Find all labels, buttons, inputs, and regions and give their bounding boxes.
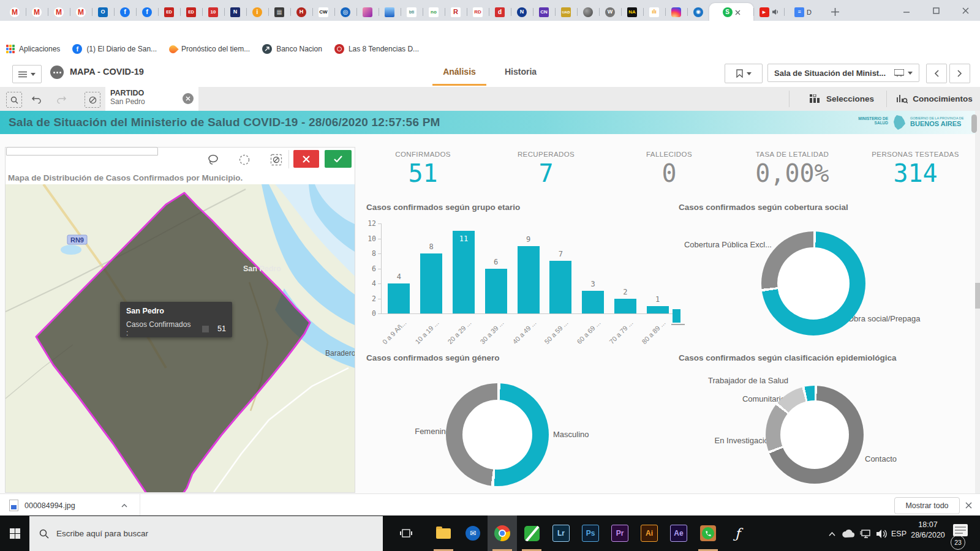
tab[interactable]: M xyxy=(70,3,92,21)
download-filename[interactable]: 000084994.jpg xyxy=(24,501,75,510)
tab[interactable]: ≡D xyxy=(784,3,822,21)
donut-cobertura[interactable] xyxy=(761,231,865,335)
keyboard-language[interactable]: ESP xyxy=(891,530,907,538)
app-menu-button[interactable] xyxy=(12,65,42,83)
tab[interactable]: i xyxy=(246,3,268,21)
tab[interactable]: bti xyxy=(401,3,423,21)
tab[interactable]: CN xyxy=(533,3,555,21)
tab[interactable]: M xyxy=(26,3,48,21)
tab[interactable]: RD xyxy=(467,3,489,21)
bookmarks-dropdown-button[interactable] xyxy=(725,64,763,83)
tab[interactable]: M xyxy=(4,3,26,21)
bar[interactable] xyxy=(420,253,442,313)
bar[interactable] xyxy=(518,246,540,313)
map[interactable]: RN9 San Pedro Baradero xyxy=(6,184,355,492)
tab[interactable]: N xyxy=(224,3,246,21)
bar[interactable] xyxy=(453,231,475,313)
tab[interactable]: 10 xyxy=(202,3,224,21)
bar[interactable] xyxy=(388,283,410,313)
taskbar-app-whatsapp[interactable] xyxy=(693,515,723,551)
new-tab-button[interactable] xyxy=(826,3,844,21)
redo-selection-button[interactable] xyxy=(54,92,69,107)
tab-active[interactable]: S xyxy=(709,3,753,21)
bookmark-item[interactable]: Las 8 Tendencias D... xyxy=(334,44,419,54)
tab[interactable]: CW xyxy=(312,3,334,21)
cancel-selection-button[interactable] xyxy=(293,150,319,168)
next-sheet-button[interactable] xyxy=(949,64,970,83)
tab[interactable]: W xyxy=(599,3,621,21)
clear-selections-button[interactable] xyxy=(85,92,100,108)
bar[interactable] xyxy=(582,291,604,313)
taskbar-app-photoshop[interactable]: Ps xyxy=(576,515,605,551)
scrollbar-thumb[interactable] xyxy=(971,114,977,133)
tab[interactable]: ▶ xyxy=(753,3,784,21)
window-minimize-button[interactable] xyxy=(892,0,921,21)
confirm-selection-button[interactable] xyxy=(325,150,352,168)
bookmark-item[interactable]: Pronóstico del tiem... xyxy=(169,45,250,53)
tab[interactable]: ED xyxy=(158,3,180,21)
donut-clasificacion[interactable] xyxy=(766,386,864,484)
taskbar-app-chrome[interactable] xyxy=(488,515,517,551)
undo-selection-button[interactable] xyxy=(29,92,44,107)
tab[interactable]: ED xyxy=(180,3,202,21)
tab[interactable]: M xyxy=(48,3,70,21)
tab[interactable]: no xyxy=(423,3,445,21)
smart-search-button[interactable] xyxy=(6,92,22,108)
tab[interactable]: ◉ xyxy=(687,3,709,21)
bar[interactable] xyxy=(614,299,636,314)
tab-historia[interactable]: Historia xyxy=(490,67,551,77)
volume-tray-icon[interactable] xyxy=(873,527,889,541)
download-item-menu[interactable] xyxy=(118,499,131,512)
tab[interactable]: O xyxy=(92,3,114,21)
bookmark-item[interactable]: f(1) El Diario de San... xyxy=(72,44,157,54)
remove-filter-button[interactable] xyxy=(183,93,194,104)
taskbar-app-illustrator[interactable]: Ai xyxy=(635,515,664,551)
circle-select-button[interactable] xyxy=(236,152,252,168)
bar[interactable] xyxy=(647,306,669,313)
tab[interactable]: ılı xyxy=(643,3,665,21)
tab[interactable]: NA xyxy=(621,3,643,21)
show-all-downloads-button[interactable]: Mostrar todo xyxy=(894,497,960,514)
window-maximize-button[interactable] xyxy=(921,0,951,21)
taskbar-app-mail[interactable]: ✉ xyxy=(458,515,488,551)
taskbar-app-lightroom[interactable]: Lr xyxy=(546,515,576,551)
network-tray-icon[interactable] xyxy=(858,527,873,541)
tab[interactable]: R xyxy=(445,3,467,21)
taskbar-app-after-effects[interactable]: Ae xyxy=(664,515,693,551)
bar[interactable] xyxy=(485,269,507,314)
tab-close-button[interactable] xyxy=(735,7,741,18)
notification-center-button[interactable] xyxy=(953,524,968,536)
tab[interactable] xyxy=(665,3,687,21)
taskbar-clock[interactable]: 18:07 28/6/2020 xyxy=(909,520,947,541)
tab-analisis[interactable]: Análisis xyxy=(429,67,490,77)
clear-map-selection-button[interactable] xyxy=(268,152,284,168)
tab[interactable]: ◎ xyxy=(334,3,356,21)
bar[interactable] xyxy=(549,261,571,313)
insights-tool-button[interactable]: Conocimientos xyxy=(889,87,980,110)
tab[interactable]: d xyxy=(489,3,511,21)
donut-genero[interactable] xyxy=(446,383,549,486)
sheet-selector[interactable]: Sala de Situación del Minist... xyxy=(767,64,919,82)
taskbar-search[interactable]: Escribe aquí para buscar xyxy=(29,516,383,551)
bookmark-item[interactable]: Aplicaciones xyxy=(6,45,60,53)
tray-expand-button[interactable] xyxy=(826,527,838,541)
selections-tool-button[interactable]: Selecciones xyxy=(797,87,886,110)
taskbar-app-notes[interactable] xyxy=(517,515,546,551)
tab[interactable] xyxy=(379,3,401,21)
tab[interactable]: N xyxy=(511,3,533,21)
prev-sheet-button[interactable] xyxy=(926,64,947,83)
onedrive-tray-icon[interactable] xyxy=(840,527,856,541)
taskbar-app-premiere[interactable]: Pr xyxy=(605,515,635,551)
tab[interactable] xyxy=(356,3,379,21)
scrollbar-thumb[interactable] xyxy=(975,283,980,309)
tab[interactable]: f xyxy=(136,3,158,21)
app-title[interactable]: MAPA - COVID-19 xyxy=(70,67,144,77)
close-download-bar-button[interactable] xyxy=(962,498,975,512)
tab[interactable]: f xyxy=(114,3,136,21)
start-button[interactable] xyxy=(0,515,29,551)
lasso-select-button[interactable] xyxy=(205,152,221,168)
bookmark-item[interactable]: Banco Nacion xyxy=(262,44,322,54)
taskbar-app-font-tool[interactable]: ƒ xyxy=(723,515,752,551)
taskbar-app-file-explorer[interactable] xyxy=(429,515,458,551)
task-view-button[interactable] xyxy=(392,515,420,551)
